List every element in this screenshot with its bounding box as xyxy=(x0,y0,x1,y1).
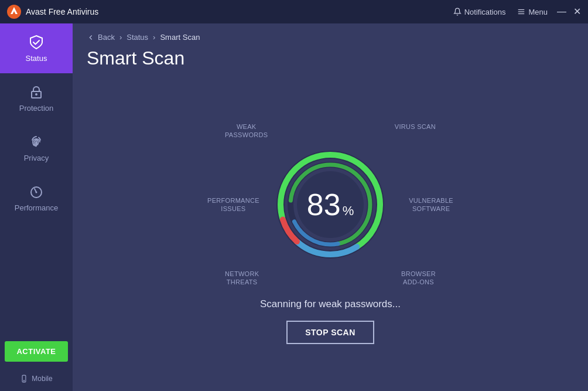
svg-point-0 xyxy=(7,5,21,19)
performance-issues-label: PERFORMANCEISSUES xyxy=(207,196,259,213)
fingerprint-icon xyxy=(28,134,45,150)
title-bar-nav: Notifications Menu xyxy=(453,8,548,16)
virus-scan-label: VIRUS SCAN xyxy=(395,123,436,131)
back-link[interactable]: Back xyxy=(87,33,115,42)
breadcrumb: Back › Status › Smart Scan xyxy=(73,23,588,47)
title-bar-right: Notifications Menu — ✕ xyxy=(453,7,581,16)
app-title: Avast Free Antivirus xyxy=(26,7,98,16)
activate-button[interactable]: ACTIVATE xyxy=(5,341,68,362)
close-button[interactable]: ✕ xyxy=(573,7,581,16)
sidebar-item-status-label: Status xyxy=(26,54,47,63)
menu-button[interactable]: Menu xyxy=(517,8,548,16)
page-title: Smart Scan xyxy=(73,47,588,81)
notifications-button[interactable]: Notifications xyxy=(453,8,506,16)
percent-number: 83 xyxy=(307,187,341,222)
stop-scan-button[interactable]: STOP SCAN xyxy=(286,321,374,344)
percent-display: 83 % xyxy=(307,187,354,222)
shield-icon xyxy=(28,34,45,50)
minimize-button[interactable]: — xyxy=(557,7,566,16)
browser-addons-label: BROWSERADD-ONS xyxy=(401,270,436,287)
sidebar-item-performance[interactable]: Performance xyxy=(0,173,73,223)
vulnerable-software-label: VULNERABLESOFTWARE xyxy=(409,196,453,213)
ring-container: WEAKPASSWORDS VIRUS SCAN PERFORMANCEISSU… xyxy=(207,111,453,298)
scan-area: WEAKPASSWORDS VIRUS SCAN PERFORMANCEISSU… xyxy=(73,81,588,391)
speedometer-icon xyxy=(28,183,45,200)
lock-icon xyxy=(28,84,45,100)
sidebar-item-protection[interactable]: Protection xyxy=(0,73,73,123)
mobile-icon xyxy=(20,375,28,383)
breadcrumb-current: Smart Scan xyxy=(160,33,200,42)
sidebar-mobile-item[interactable]: Mobile xyxy=(20,369,52,391)
content-area: Back › Status › Smart Scan Smart Scan WE… xyxy=(73,23,588,391)
svg-point-9 xyxy=(24,380,25,381)
back-arrow-icon xyxy=(87,33,95,42)
breadcrumb-separator-1: › xyxy=(119,33,122,42)
back-label: Back xyxy=(98,33,115,42)
sidebar: Status Protection Privacy xyxy=(0,23,73,391)
sidebar-item-status[interactable]: Status xyxy=(0,23,73,73)
breadcrumb-status[interactable]: Status xyxy=(127,33,148,42)
svg-point-7 xyxy=(36,192,37,193)
title-bar-left: Avast Free Antivirus xyxy=(7,5,98,19)
sidebar-item-performance-label: Performance xyxy=(15,203,58,212)
window-controls: — ✕ xyxy=(557,7,581,16)
breadcrumb-separator-2: › xyxy=(153,33,155,42)
svg-point-5 xyxy=(35,93,37,96)
network-threats-label: NETWORKTHREATS xyxy=(225,270,259,287)
notifications-label: Notifications xyxy=(464,8,506,16)
sidebar-item-protection-label: Protection xyxy=(19,104,54,113)
sidebar-item-privacy[interactable]: Privacy xyxy=(0,123,73,173)
scan-status-text: Scanning for weak passwords... xyxy=(260,298,401,310)
main-layout: Status Protection Privacy xyxy=(0,23,588,391)
title-bar: Avast Free Antivirus Notifications Menu xyxy=(0,0,588,23)
menu-label: Menu xyxy=(528,8,548,16)
sidebar-item-privacy-label: Privacy xyxy=(24,154,49,162)
mobile-label: Mobile xyxy=(32,375,52,383)
percent-sign: % xyxy=(343,203,354,219)
app-logo xyxy=(7,5,21,19)
weak-passwords-label: WEAKPASSWORDS xyxy=(225,123,268,140)
